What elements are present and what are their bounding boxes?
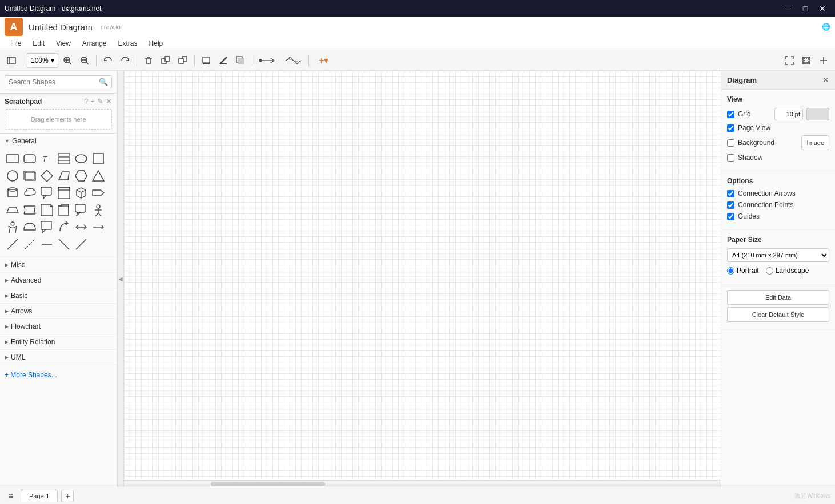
edit-data-button[interactable]: Edit Data (727, 290, 829, 305)
shape-curved-arrow[interactable] (56, 219, 72, 235)
sidebar-toggle-button[interactable] (3, 53, 19, 68)
more-shapes-link[interactable]: + More Shapes... (5, 371, 57, 379)
shape-wave[interactable] (22, 202, 38, 218)
guides-checkbox[interactable] (727, 213, 734, 220)
category-basic-header[interactable]: ▶ Basic (0, 288, 117, 303)
horizontal-scrollbar[interactable] (124, 480, 721, 487)
background-checkbox[interactable] (727, 139, 734, 147)
shape-horizontal-line[interactable] (39, 236, 55, 252)
connection-arrows-button[interactable] (256, 53, 281, 68)
shape-parallelogram[interactable] (56, 168, 72, 184)
shape-frame[interactable] (56, 185, 72, 201)
page-menu-button[interactable]: ≡ (5, 490, 17, 502)
connection-points-checkbox[interactable] (727, 201, 734, 209)
zoom-out-button[interactable] (77, 53, 93, 68)
shape-folded-rect[interactable] (56, 202, 72, 218)
shape-dashed-line-45[interactable] (22, 236, 38, 252)
delete-button[interactable] (140, 53, 156, 68)
landscape-label[interactable]: Landscape (766, 267, 809, 275)
panel-close-button[interactable]: ✕ (822, 75, 829, 84)
shape-circle[interactable] (5, 168, 21, 184)
shape-semicircle[interactable] (22, 219, 38, 235)
category-arrows-header[interactable]: ▶ Arrows (0, 304, 117, 318)
redo-button[interactable] (117, 53, 133, 68)
menu-help[interactable]: Help (143, 38, 169, 49)
background-image-button[interactable]: Image (801, 135, 829, 150)
shape-square[interactable] (90, 151, 106, 167)
shadow-checkbox[interactable] (727, 154, 734, 162)
category-flowchart-header[interactable]: ▶ Flowchart (0, 319, 117, 334)
shape-diamond[interactable] (39, 168, 55, 184)
shape-double-arrow[interactable] (73, 219, 89, 235)
shape-line-45[interactable] (5, 236, 21, 252)
shape-pentagon-arrow[interactable] (90, 185, 106, 201)
shape-triangle[interactable] (90, 168, 106, 184)
close-button[interactable]: ✕ (814, 3, 830, 14)
shape-diagonal-line[interactable] (56, 236, 72, 252)
connection-arrows-checkbox[interactable] (727, 190, 734, 197)
scratchpad-add-icon[interactable]: + (90, 97, 95, 106)
shadow-button[interactable] (232, 53, 248, 68)
category-advanced-header[interactable]: ▶ Advanced (0, 273, 117, 288)
canvas-area[interactable] (124, 71, 721, 487)
shape-reverse-diagonal[interactable] (73, 236, 89, 252)
category-general-header[interactable]: ▼ General (0, 134, 117, 148)
shape-cloud[interactable] (22, 185, 38, 201)
shape-cylinder[interactable] (5, 185, 21, 201)
grid-checkbox[interactable] (727, 111, 734, 118)
fullscreen-button[interactable] (781, 53, 797, 68)
zoom-dropdown[interactable]: 100% ▾ (27, 53, 58, 68)
shape-line-arrow[interactable] (90, 219, 106, 235)
add-page-button[interactable]: + (61, 490, 74, 502)
menu-arrange[interactable]: Arrange (77, 38, 113, 49)
to-front-button[interactable] (158, 53, 174, 68)
page-tab-1[interactable]: Page-1 (21, 490, 58, 502)
portrait-radio[interactable] (727, 267, 734, 275)
add-button[interactable]: +▾ (312, 53, 335, 68)
shape-actor[interactable] (5, 219, 21, 235)
search-input[interactable] (9, 78, 99, 86)
fill-color-button[interactable] (198, 53, 214, 68)
category-entity-relation-header[interactable]: ▶ Entity Relation (0, 334, 117, 349)
shape-hexagon[interactable] (73, 168, 89, 184)
shape-callout[interactable] (39, 185, 55, 201)
shape-chat-bubble[interactable] (73, 202, 89, 218)
shape-rectangle[interactable] (5, 151, 21, 167)
shape-trapezoid[interactable] (5, 202, 21, 218)
stroke-color-button[interactable] (215, 53, 231, 68)
paper-size-select[interactable]: A4 (210 mm x 297 mm) A3 Letter Legal Cus… (727, 248, 829, 262)
zoom-in-button[interactable] (59, 53, 75, 68)
minimize-button[interactable]: ─ (780, 3, 796, 14)
shape-person[interactable] (90, 202, 106, 218)
scrollbar-thumb[interactable] (211, 482, 325, 486)
menu-edit[interactable]: Edit (27, 38, 50, 49)
landscape-radio[interactable] (766, 267, 773, 275)
shape-cube[interactable] (73, 185, 89, 201)
grid-color-box[interactable] (806, 108, 829, 120)
shape-rounded-rect[interactable] (22, 151, 38, 167)
collapse-handle[interactable]: ◀ (117, 71, 124, 487)
category-uml-header[interactable]: ▶ UML (0, 350, 117, 365)
portrait-label[interactable]: Portrait (727, 267, 759, 275)
clear-style-button[interactable]: Clear Default Style (727, 307, 829, 322)
menu-file[interactable]: File (5, 38, 27, 49)
fit-page-button[interactable] (798, 53, 814, 68)
page-view-checkbox[interactable] (727, 124, 734, 132)
scratchpad-close-icon[interactable]: ✕ (106, 97, 112, 106)
grid-value-input[interactable] (774, 108, 803, 120)
shape-text[interactable]: T (39, 151, 55, 167)
menu-extras[interactable]: Extras (113, 38, 143, 49)
shape-note[interactable] (39, 202, 55, 218)
undo-button[interactable] (100, 53, 116, 68)
shape-square-callout[interactable] (39, 219, 55, 235)
shape-ellipse[interactable] (73, 151, 89, 167)
reset-view-button[interactable] (816, 53, 832, 68)
scratchpad-edit-icon[interactable]: ✎ (97, 97, 103, 106)
menu-view[interactable]: View (50, 38, 77, 49)
restore-button[interactable]: □ (797, 3, 813, 14)
shape-double-rect[interactable] (22, 168, 38, 184)
category-misc-header[interactable]: ▶ Misc (0, 257, 117, 272)
scratchpad-help-icon[interactable]: ? (84, 97, 88, 106)
shape-list[interactable] (56, 151, 72, 167)
waypoints-button[interactable] (282, 53, 305, 68)
